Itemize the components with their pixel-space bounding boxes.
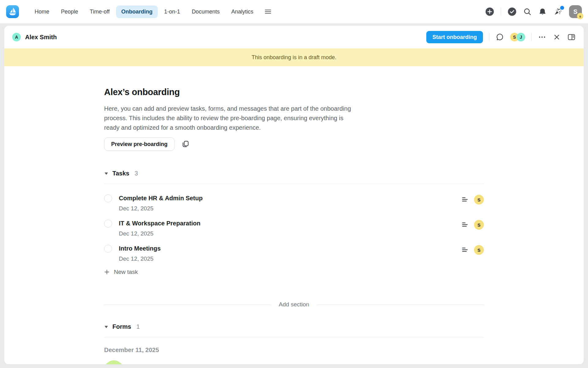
page-title: Alex’s onboarding — [104, 87, 484, 97]
plus-icon — [104, 269, 110, 275]
task-checkbox[interactable] — [104, 245, 112, 253]
top-navigation-bar: Home People Time-off Onboarding 1-on-1 D… — [0, 0, 588, 23]
header-divider — [489, 33, 489, 41]
tasks-section-title: Tasks — [112, 170, 129, 177]
nav-item-onboarding[interactable]: Onboarding — [116, 6, 158, 18]
task-assignee-avatar[interactable]: S — [474, 220, 484, 230]
task-description-lines-icon — [461, 196, 469, 203]
notification-dot-badge — [560, 6, 564, 10]
employee-name: Alex Smith — [25, 34, 57, 41]
preview-actions-row: Preview pre-boarding — [104, 137, 484, 151]
task-row[interactable]: IT & Workspace Preparation Dec 12, 2025 … — [104, 216, 484, 241]
add-plus-circle-icon[interactable] — [485, 7, 494, 16]
comments-chat-bubble-icon[interactable] — [496, 33, 504, 41]
add-section-button[interactable]: Add section — [104, 301, 484, 308]
add-section-label: Add section — [271, 301, 317, 308]
task-title[interactable]: IT & Workspace Preparation — [119, 220, 200, 227]
new-task-button[interactable]: New task — [104, 269, 484, 275]
start-onboarding-button[interactable]: Start onboarding — [426, 31, 483, 43]
main-nav: Home People Time-off Onboarding 1-on-1 D… — [29, 6, 272, 18]
tasks-check-circle-icon[interactable] — [507, 7, 517, 16]
topbar-actions: S s — [485, 5, 582, 18]
task-description-lines-icon — [461, 221, 469, 228]
forms-section-title: Forms — [112, 323, 131, 330]
nav-item-1-on-1[interactable]: 1-on-1 — [159, 6, 185, 18]
preview-pre-boarding-button[interactable]: Preview pre-boarding — [104, 137, 175, 151]
close-icon[interactable] — [552, 33, 561, 41]
forms-section-header[interactable]: Forms 1 — [104, 323, 484, 330]
copy-link-icon[interactable] — [181, 140, 190, 148]
task-due-date: Dec 12, 2025 — [119, 205, 203, 212]
task-list: Complete HR & Admin Setup Dec 12, 2025 S — [104, 191, 484, 266]
forms-count: 1 — [136, 323, 140, 330]
draft-mode-banner: This onboarding is in a draft mode. — [4, 48, 584, 66]
user-avatar-badge: s — [577, 13, 583, 19]
add-section-line — [317, 305, 484, 305]
nav-item-people[interactable]: People — [56, 6, 83, 18]
collapse-chevron-icon — [104, 172, 108, 175]
forms-section: Forms 1 December 11, 2025 Onboarding Rev… — [104, 323, 484, 364]
onboarding-content: Alex’s onboarding Here, you can add and … — [104, 87, 484, 364]
task-row[interactable]: Intro Meetings Dec 12, 2025 S — [104, 241, 484, 266]
form-item[interactable]: Onboarding Review Form — [104, 360, 484, 364]
nav-item-analytics[interactable]: Analytics — [226, 6, 258, 18]
onboarding-panel: A Alex Smith Start onboarding S J — [4, 26, 584, 364]
task-title[interactable]: Intro Meetings — [119, 245, 161, 252]
page-description: Here, you can add and preview tasks, for… — [104, 104, 355, 132]
employee-avatar: A — [12, 33, 21, 41]
tasks-count: 3 — [134, 170, 138, 177]
task-description-lines-icon — [461, 246, 469, 254]
more-options-ellipsis-icon[interactable] — [538, 33, 546, 41]
task-title[interactable]: Complete HR & Admin Setup — [119, 195, 203, 202]
search-icon[interactable] — [523, 7, 532, 16]
forms-date-group: December 11, 2025 — [104, 347, 484, 354]
task-checkbox[interactable] — [104, 220, 112, 228]
task-due-date: Dec 12, 2025 — [119, 255, 161, 262]
panel-header-actions: Start onboarding S J — [426, 31, 576, 43]
side-panel-toggle-icon[interactable] — [567, 33, 576, 41]
nav-item-documents[interactable]: Documents — [187, 6, 225, 18]
topbar-divider — [501, 8, 501, 16]
task-assignee-avatar[interactable]: S — [474, 245, 484, 255]
panel-header: A Alex Smith Start onboarding S J — [4, 26, 584, 48]
user-avatar[interactable]: S s — [569, 5, 582, 18]
add-section-line — [104, 305, 271, 305]
form-type-circle — [104, 360, 124, 364]
header-divider — [531, 33, 532, 41]
new-task-label: New task — [114, 269, 138, 275]
collapse-chevron-icon — [104, 325, 108, 329]
whats-new-party-popper-icon[interactable] — [553, 7, 563, 16]
section-divider — [104, 184, 484, 184]
more-menu-hamburger-icon[interactable] — [264, 8, 272, 16]
tasks-section-header[interactable]: Tasks 3 — [104, 170, 484, 177]
draft-mode-banner-text: This onboarding is in a draft mode. — [251, 54, 336, 61]
collaborator-avatar-j: J — [517, 33, 525, 41]
nav-item-home[interactable]: Home — [29, 6, 55, 18]
task-checkbox[interactable] — [104, 194, 112, 202]
task-row[interactable]: Complete HR & Admin Setup Dec 12, 2025 S — [104, 191, 484, 216]
user-avatar-initial: S — [573, 8, 577, 15]
tasks-section: Tasks 3 Complete HR & Admin Setup Dec 12… — [104, 170, 484, 275]
task-due-date: Dec 12, 2025 — [119, 230, 200, 237]
notifications-bell-icon[interactable] — [538, 7, 547, 16]
collaborator-avatars[interactable]: S J — [510, 33, 525, 41]
task-assignee-avatar[interactable]: S — [474, 195, 484, 205]
app-logo-sailboat-icon[interactable] — [6, 5, 19, 18]
section-divider — [104, 337, 484, 337]
nav-item-time-off[interactable]: Time-off — [85, 6, 115, 18]
